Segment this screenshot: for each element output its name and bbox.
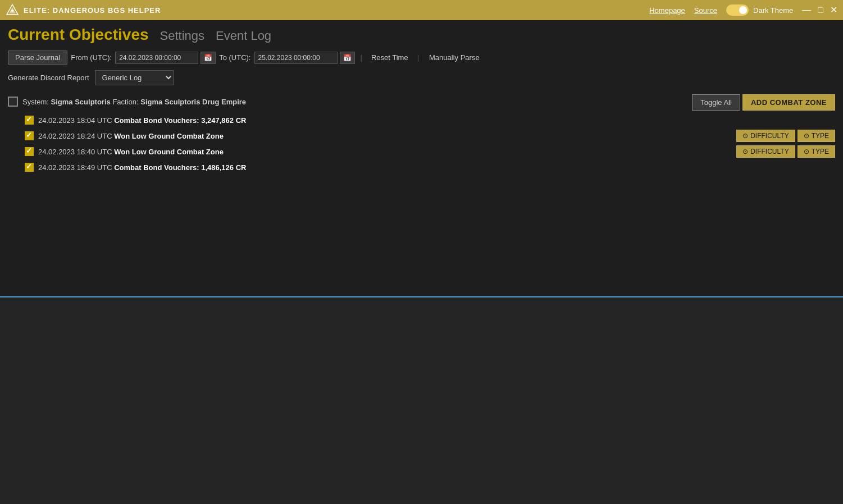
minimize-button[interactable]: — (802, 6, 811, 15)
event-row: 24.02.2023 18:24 UTC Won Low Ground Comb… (25, 129, 835, 143)
chevron-icon: ⊙ (742, 132, 748, 140)
bottom-panel (0, 296, 843, 504)
nav-event-log[interactable]: Event Log (216, 29, 271, 43)
event-row: 24.02.2023 18:04 UTC Combat Bond Voucher… (25, 113, 835, 127)
chevron-icon: ⊙ (804, 148, 809, 155)
event-checkbox-1[interactable] (25, 116, 34, 125)
event-desc-2: Won Low Ground Combat Zone (114, 132, 224, 140)
difficulty-button-2[interactable]: ⊙ DIFFICULTY (736, 130, 795, 142)
dark-theme-toggle[interactable]: Dark Theme (726, 4, 793, 16)
dark-theme-label: Dark Theme (753, 6, 793, 15)
toolbar-row2: Generate Discord Report Generic Log Deta… (8, 70, 835, 85)
parse-journal-tab[interactable]: Parse Journal (8, 51, 67, 65)
window-controls: — □ ✕ (802, 6, 837, 15)
event-text-1: 24.02.2023 18:04 UTC Combat Bond Voucher… (38, 116, 246, 125)
from-label: From (UTC): (71, 53, 112, 62)
toggle-all-button[interactable]: Toggle All (692, 94, 740, 111)
theme-toggle-switch[interactable] (726, 4, 749, 16)
event-timestamp-3: 24.02.2023 18:40 UTC (38, 148, 114, 156)
titlebar: ELITE: DANGEROUS BGS HELPER Homepage Sou… (0, 0, 843, 20)
close-button[interactable]: ✕ (830, 6, 837, 15)
svg-point-2 (11, 10, 13, 12)
discord-report-dropdown[interactable]: Generic Log Detailed Log (95, 70, 174, 85)
event-controls-3: ⊙ DIFFICULTY ⊙ TYPE (736, 145, 835, 158)
from-calendar-button[interactable]: 📅 (201, 52, 216, 64)
event-text-3: 24.02.2023 18:40 UTC Won Low Ground Comb… (38, 148, 224, 156)
system-name: Sigma Sculptoris (51, 98, 111, 106)
event-checkbox-2[interactable] (25, 131, 34, 140)
chevron-icon: ⊙ (804, 132, 809, 140)
separator2: | (417, 53, 419, 62)
titlebar-left: ELITE: DANGEROUS BGS HELPER (6, 3, 161, 17)
type-label-3: TYPE (812, 148, 829, 155)
event-row: 24.02.2023 18:49 UTC Combat Bond Voucher… (25, 161, 835, 174)
generate-discord-label: Generate Discord Report (8, 74, 89, 82)
to-date-input[interactable] (254, 52, 338, 64)
event-checkbox-3[interactable] (25, 147, 34, 156)
reset-time-button[interactable]: Reset Time (368, 52, 412, 63)
chevron-icon: ⊙ (742, 148, 748, 155)
from-date-input[interactable] (115, 52, 198, 64)
manually-parse-button[interactable]: Manually Parse (425, 52, 484, 63)
event-desc-1: Combat Bond Vouchers: 3,247,862 CR (114, 116, 246, 125)
from-date-group: 📅 (115, 52, 216, 64)
difficulty-label-2: DIFFICULTY (750, 132, 789, 140)
event-row: 24.02.2023 18:40 UTC Won Low Ground Comb… (25, 145, 835, 158)
event-text-4: 24.02.2023 18:49 UTC Combat Bond Voucher… (38, 163, 246, 172)
app-logo-icon (6, 3, 19, 17)
action-buttons: Toggle All ADD COMBAT ZONE (692, 94, 835, 111)
events-list: 24.02.2023 18:04 UTC Combat Bond Voucher… (25, 113, 835, 174)
to-label: To (UTC): (219, 53, 250, 62)
type-button-2[interactable]: ⊙ TYPE (798, 130, 835, 142)
add-combat-zone-button[interactable]: ADD COMBAT ZONE (742, 94, 835, 111)
event-checkbox-4[interactable] (25, 163, 34, 172)
event-desc-3: Won Low Ground Combat Zone (114, 148, 224, 156)
toolbar-row1: Parse Journal From (UTC): 📅 To (UTC): 📅 … (8, 51, 835, 65)
event-controls-2: ⊙ DIFFICULTY ⊙ TYPE (736, 130, 835, 142)
event-timestamp-2: 24.02.2023 18:24 UTC (38, 132, 114, 140)
nav-settings[interactable]: Settings (160, 29, 205, 43)
source-link[interactable]: Source (694, 6, 717, 15)
faction-label: Faction: (112, 98, 140, 106)
event-text-2: 24.02.2023 18:24 UTC Won Low Ground Comb… (38, 132, 224, 140)
titlebar-right: Homepage Source Dark Theme — □ ✕ (649, 4, 837, 16)
main-content: Current Objectives Settings Event Log Pa… (0, 20, 843, 212)
content-area: Toggle All ADD COMBAT ZONE System: Sigma… (8, 94, 835, 207)
event-timestamp-1: 24.02.2023 18:04 UTC (38, 116, 114, 125)
homepage-link[interactable]: Homepage (649, 6, 685, 15)
to-calendar-button[interactable]: 📅 (340, 52, 355, 64)
event-timestamp-4: 24.02.2023 18:49 UTC (38, 163, 114, 172)
separator1: | (361, 53, 362, 62)
to-date-group: 📅 (254, 52, 355, 64)
type-button-3[interactable]: ⊙ TYPE (798, 145, 835, 158)
system-checkbox[interactable] (8, 97, 18, 107)
type-label-2: TYPE (812, 132, 829, 140)
nav-current-objectives[interactable]: Current Objectives (8, 26, 149, 44)
system-label: System: (22, 98, 51, 106)
event-desc-4: Combat Bond Vouchers: 1,486,126 CR (114, 163, 246, 172)
maximize-button[interactable]: □ (818, 6, 823, 15)
difficulty-label-3: DIFFICULTY (750, 148, 789, 155)
top-navigation: Current Objectives Settings Event Log (8, 26, 835, 44)
difficulty-button-3[interactable]: ⊙ DIFFICULTY (736, 145, 795, 158)
faction-name: Sigma Sculptoris Drug Empire (140, 98, 246, 106)
app-title: ELITE: DANGEROUS BGS HELPER (24, 6, 161, 15)
